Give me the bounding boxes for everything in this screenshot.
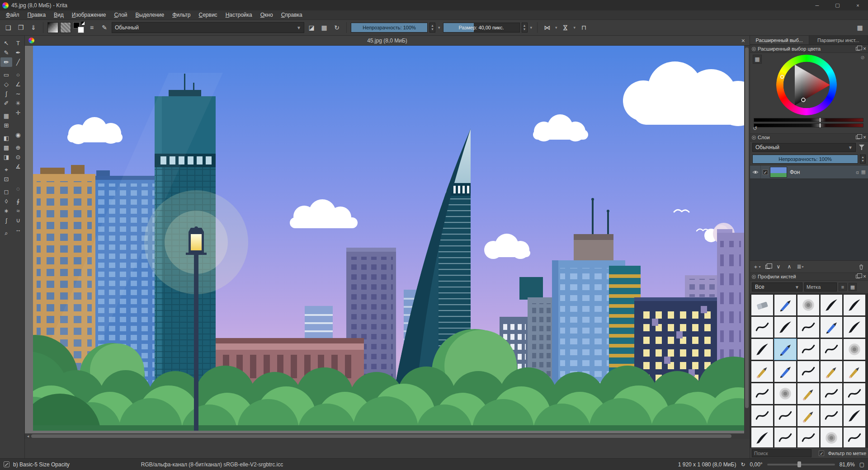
contiguous-select-tool[interactable]: ∗ bbox=[0, 206, 12, 216]
brush-preset-6[interactable] bbox=[774, 316, 797, 338]
chevron-down-icon[interactable]: ▾ bbox=[554, 25, 558, 30]
canvas-viewport[interactable] bbox=[25, 46, 750, 433]
brush-preset-21[interactable] bbox=[774, 383, 797, 404]
horizontal-scrollbar[interactable]: ◂ bbox=[25, 433, 750, 439]
brush-preset-30[interactable] bbox=[751, 427, 774, 447]
document-close-icon[interactable]: × bbox=[741, 36, 745, 46]
value-strip-2[interactable] bbox=[754, 123, 863, 127]
color-history-icon[interactable]: ⊘ bbox=[859, 54, 866, 61]
tab-advanced-color[interactable]: Расширенный выб... bbox=[750, 36, 809, 44]
brush-preset-4[interactable] bbox=[843, 294, 866, 316]
zoom-slider[interactable] bbox=[767, 464, 835, 465]
brush-preset-17[interactable] bbox=[797, 361, 820, 382]
text-tool[interactable]: T bbox=[12, 38, 24, 48]
menu-item-0[interactable]: Файл bbox=[2, 11, 24, 19]
brush-preset-19[interactable] bbox=[843, 361, 866, 382]
filter-layers-icon[interactable] bbox=[858, 143, 866, 151]
brush-preset-28[interactable] bbox=[820, 405, 843, 427]
brush-preset-16[interactable] bbox=[774, 361, 797, 382]
layer-blend-mode-select[interactable]: Обычный ▼ bbox=[752, 143, 856, 152]
calligraphy-tool[interactable]: ✒ bbox=[12, 48, 24, 57]
bezier-curve-tool[interactable]: ∫ bbox=[0, 89, 12, 99]
brush-search-input[interactable] bbox=[752, 449, 811, 457]
assistants-tool[interactable]: ⌖ bbox=[0, 165, 12, 174]
brush-menu-button[interactable]: ≡ bbox=[839, 283, 847, 291]
fg-bg-color-swatch[interactable] bbox=[73, 22, 85, 33]
brush-preset-12[interactable] bbox=[797, 338, 820, 360]
layer-visibility-toggle[interactable] bbox=[750, 165, 761, 179]
mirror-horizontal-button[interactable]: ⋈ bbox=[542, 22, 552, 33]
minimize-button[interactable]: ─ bbox=[807, 0, 827, 10]
fullscreen-icon[interactable]: ▢ bbox=[859, 461, 864, 468]
menu-item-8[interactable]: Настройка bbox=[222, 11, 256, 19]
brush-preset-20[interactable] bbox=[751, 383, 774, 404]
brush-scope-select[interactable]: Все ▼ bbox=[752, 282, 802, 291]
brush-preset-14[interactable] bbox=[843, 338, 866, 360]
maximize-button[interactable]: ▢ bbox=[827, 0, 848, 10]
brush-preset-7[interactable] bbox=[797, 316, 820, 338]
enclose-fill-tool[interactable]: ⊙ bbox=[12, 152, 24, 162]
brush-preset-5[interactable] bbox=[751, 316, 774, 338]
value-strip[interactable] bbox=[754, 118, 863, 122]
brush-preset-31[interactable] bbox=[774, 427, 797, 447]
chevron-down-icon[interactable]: ▾ bbox=[437, 25, 441, 30]
ellipse-select-tool[interactable]: ◌ bbox=[12, 184, 24, 193]
freehand-path-tool[interactable]: ∼ bbox=[12, 89, 24, 99]
mirror-vertical-button[interactable]: ⋈ bbox=[560, 22, 571, 33]
polygon-tool[interactable]: ◇ bbox=[0, 80, 12, 89]
brush-view-mode-button[interactable]: ▦ bbox=[849, 283, 857, 291]
bezier-select-tool[interactable]: ʃ bbox=[0, 216, 12, 225]
menu-item-5[interactable]: Выделение bbox=[132, 11, 169, 19]
dynamic-brush-tool[interactable]: ✐ bbox=[0, 99, 12, 108]
brush-preset-0[interactable] bbox=[751, 294, 774, 316]
menu-item-4[interactable]: Слой bbox=[110, 11, 131, 19]
reference-images-tool[interactable]: ⊡ bbox=[0, 174, 12, 184]
painting-mode-select[interactable]: Обычный ▼ bbox=[112, 22, 304, 33]
zoom-slider-thumb[interactable] bbox=[797, 461, 801, 467]
brush-preset-24[interactable] bbox=[843, 383, 866, 404]
layer-selected-checkbox[interactable]: ✓ bbox=[763, 169, 768, 175]
brush-preset-25[interactable] bbox=[751, 405, 774, 427]
background-color[interactable] bbox=[78, 27, 84, 33]
eraser-mode-button[interactable]: ◪ bbox=[306, 22, 317, 33]
brush-preset-26[interactable] bbox=[774, 405, 797, 427]
brush-preset-29[interactable] bbox=[843, 405, 866, 427]
brush-editor-button[interactable]: ✎ bbox=[99, 22, 110, 33]
measure-tool[interactable]: ∡ bbox=[12, 162, 24, 171]
select-shapes-tool[interactable]: ↖ bbox=[0, 38, 12, 48]
brush-preset-27[interactable] bbox=[797, 405, 820, 427]
color-sampler-tool[interactable]: ◉ bbox=[12, 130, 24, 140]
opacity-spinner[interactable]: ▴▾ bbox=[429, 23, 435, 33]
layer-opacity-spinner[interactable]: ▴▾ bbox=[860, 155, 866, 164]
docker-menu-icon[interactable] bbox=[752, 47, 756, 51]
preserve-alpha-button[interactable]: ▦ bbox=[319, 22, 330, 33]
magnetic-select-tool[interactable]: ∪ bbox=[12, 216, 24, 225]
document-tab[interactable]: 45.jpg (8,0 МиБ) × bbox=[25, 36, 750, 46]
brush-preset-1[interactable] bbox=[774, 294, 797, 316]
tab-tool-options[interactable]: Параметры инст... bbox=[809, 36, 868, 44]
docker-menu-icon[interactable] bbox=[752, 136, 756, 140]
close-docker-icon[interactable]: × bbox=[863, 274, 866, 279]
reset-colors-icon[interactable] bbox=[81, 22, 85, 25]
brush-preset-32[interactable] bbox=[797, 427, 820, 447]
pan-tool[interactable]: ↔ bbox=[12, 225, 24, 235]
vertical-scrollbar[interactable] bbox=[744, 46, 750, 433]
brush-preset-8[interactable] bbox=[820, 316, 843, 338]
rect-select-tool[interactable]: ◻ bbox=[0, 187, 12, 197]
polygon-select-tool[interactable]: ◊ bbox=[0, 197, 12, 206]
freehand-brush-tool[interactable]: ✏ bbox=[0, 57, 12, 67]
tag-filter-checkbox[interactable]: ✓ bbox=[819, 451, 824, 456]
rectangle-tool[interactable]: ▭ bbox=[0, 70, 12, 80]
wraparound-mode-button[interactable]: ⊓ bbox=[578, 22, 589, 33]
menu-item-6[interactable]: Фильтр bbox=[168, 11, 194, 19]
freehand-select-tool[interactable]: ∮ bbox=[12, 197, 24, 206]
layer-properties-button[interactable]: ≣▾ bbox=[795, 262, 805, 271]
brush-preset-10[interactable] bbox=[751, 338, 774, 360]
alpha-lock-icon[interactable]: α bbox=[856, 169, 859, 175]
menu-item-2[interactable]: Вид bbox=[50, 11, 68, 19]
move-layer-down-button[interactable]: ∨ bbox=[774, 262, 783, 271]
close-button[interactable]: × bbox=[848, 0, 868, 10]
reload-preset-button[interactable]: ↻ bbox=[331, 22, 342, 33]
close-docker-icon[interactable]: × bbox=[863, 135, 866, 140]
hsv-triangle[interactable] bbox=[776, 55, 837, 115]
